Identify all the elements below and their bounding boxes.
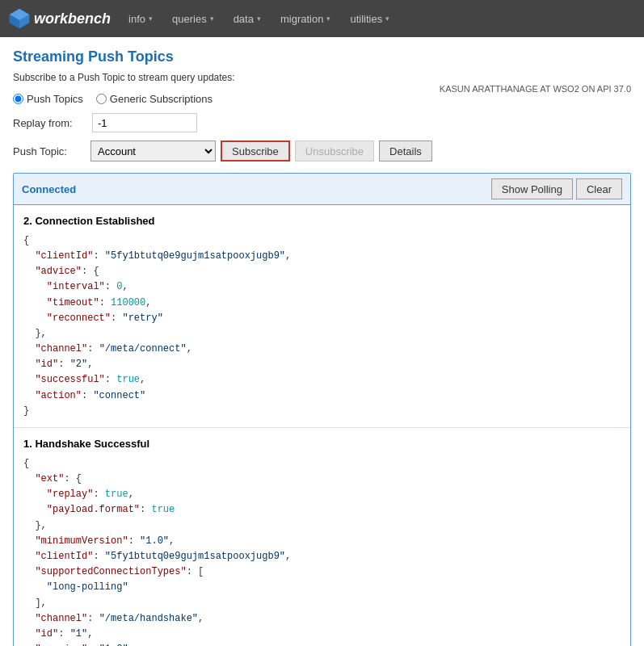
message-block-connection: 2. Connection Established { "clientId": … [14,205,630,428]
connected-panel: Connected Show Polling Clear 2. Connecti… [13,173,631,646]
nav-info-arrow-icon: ▾ [149,15,153,23]
show-polling-button[interactable]: Show Polling [491,178,573,199]
nav-item-migration[interactable]: migration ▾ [271,0,340,37]
nav-item-data[interactable]: data ▾ [224,0,271,37]
nav-item-info[interactable]: info ▾ [119,0,162,37]
message-json-handshake: { "ext": { "replay": true, "payload.form… [23,456,621,646]
nav-item-queries[interactable]: queries ▾ [162,0,224,37]
nav-item-utilities[interactable]: utilities ▾ [340,0,399,37]
replay-from-row: Replay from: [13,113,631,132]
unsubscribe-button[interactable]: Unsubscribe [295,141,374,162]
subscribe-button[interactable]: Subscribe [221,141,290,162]
user-info: KASUN ARATTHANAGE AT WSO2 ON API 37.0 [440,84,631,94]
brand-cube-icon [8,7,31,30]
radio-push-topics-label[interactable]: Push Topics [13,93,83,105]
replay-from-input[interactable] [92,113,197,132]
subscription-type-group: Push Topics Generic Subscriptions [13,93,631,105]
brand-name: workbench [34,10,111,27]
message-block-handshake: 1. Handshake Successful { "ext": { "repl… [14,428,630,646]
message-title-handshake: 1. Handshake Successful [23,436,621,453]
connected-header: Connected Show Polling Clear [14,174,630,205]
main-content: KASUN ARATTHANAGE AT WSO2 ON API 37.0 St… [0,37,644,646]
radio-generic-subscriptions[interactable] [96,94,107,104]
nav-data-arrow-icon: ▾ [257,15,261,23]
replay-from-label: Replay from: [13,117,86,129]
connected-status-label: Connected [22,183,76,195]
page-subtitle: Subscribe to a Push Topic to stream quer… [13,72,631,83]
radio-generic-label[interactable]: Generic Subscriptions [96,93,213,105]
connected-actions: Show Polling Clear [491,178,622,199]
nav-queries-arrow-icon: ▾ [210,15,214,23]
push-topic-label: Push Topic: [13,145,86,157]
radio-push-topics[interactable] [13,94,23,104]
details-button[interactable]: Details [379,141,432,162]
message-json-connection: { "clientId": "5fy1btutq0e9gujm1satpooxj… [23,233,621,419]
message-title-connection: 2. Connection Established [23,213,621,230]
push-topic-select[interactable]: Account [90,141,216,162]
nav-migration-arrow-icon: ▾ [326,15,330,23]
nav-utilities-arrow-icon: ▾ [385,15,389,23]
clear-button[interactable]: Clear [576,178,622,199]
page-title: Streaming Push Topics [13,48,631,65]
brand: workbench [8,7,111,30]
push-topic-row: Push Topic: Account Subscribe Unsubscrib… [13,141,631,162]
navbar: workbench info ▾ queries ▾ data ▾ migrat… [0,0,644,37]
